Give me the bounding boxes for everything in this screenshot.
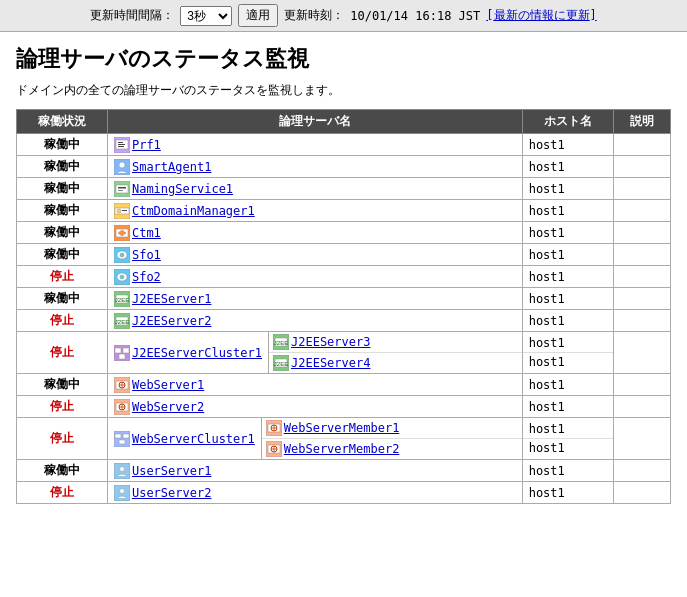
table-row: 稼働中SmartAgent1host1 [17, 156, 671, 178]
svg-point-22 [120, 275, 124, 279]
desc-cell [613, 374, 670, 396]
table-row: 稼働中UserServer1host1 [17, 460, 671, 482]
desc-cell [613, 288, 670, 310]
server-link[interactable]: Sfo1 [132, 248, 161, 262]
table-row: 停止Sfo2host1 [17, 266, 671, 288]
server-link[interactable]: SmartAgent1 [132, 160, 211, 174]
desc-cell [613, 396, 670, 418]
col-header-desc: 説明 [613, 110, 670, 134]
svg-rect-49 [114, 431, 130, 447]
status-cell: 稼働中 [17, 134, 108, 156]
name-cell: WebServer1 [107, 374, 522, 396]
host-cell: host1 [522, 310, 613, 332]
name-cell: CtmDomainManager1 [107, 200, 522, 222]
host-cell: host1 [522, 482, 613, 504]
update-time-label: 更新時刻： [284, 7, 344, 24]
table-row: 稼働中NamingService1host1 [17, 178, 671, 200]
svg-point-66 [119, 488, 124, 493]
name-cell: Sfo2 [107, 266, 522, 288]
server-link[interactable]: NamingService1 [132, 182, 233, 196]
server-link[interactable]: J2EEServer3 [291, 335, 370, 349]
page-description: ドメイン内の全ての論理サーバのステータスを監視します。 [16, 82, 671, 99]
svg-rect-50 [115, 434, 121, 438]
svg-text:J2EE: J2EE [274, 340, 288, 346]
server-link[interactable]: WebServer2 [132, 400, 204, 414]
refresh-link[interactable]: [最新の情報に更新] [486, 7, 596, 24]
name-cell: Sfo1 [107, 244, 522, 266]
server-link[interactable]: J2EEServer4 [291, 356, 370, 370]
update-time-value: 10/01/14 16:18 JST [350, 9, 480, 23]
svg-rect-3 [118, 144, 125, 145]
table-row: 稼働中Sfo1host1 [17, 244, 671, 266]
svg-rect-14 [122, 210, 127, 211]
server-link[interactable]: UserServer1 [132, 464, 211, 478]
svg-point-64 [119, 466, 124, 471]
desc-cell [613, 244, 670, 266]
name-cell: WebServerCluster1WebServerMember1WebServ… [107, 418, 522, 460]
host-cell: host1host1 [522, 332, 613, 374]
desc-cell [613, 332, 670, 374]
col-header-name: 論理サーバ名 [107, 110, 522, 134]
svg-text:J2EE: J2EE [274, 361, 288, 367]
desc-cell [613, 134, 670, 156]
desc-cell [613, 418, 670, 460]
server-link[interactable]: Prf1 [132, 138, 161, 152]
name-cell: J2EEJ2EEServer1 [107, 288, 522, 310]
status-cell: 稼働中 [17, 156, 108, 178]
toolbar: 更新時間間隔： 3秒 1秒 5秒 10秒 30秒 適用 更新時刻： 10/01/… [0, 0, 687, 32]
server-link[interactable]: J2EEServer2 [132, 314, 211, 328]
col-header-host: ホスト名 [522, 110, 613, 134]
status-cell: 稼働中 [17, 222, 108, 244]
desc-cell [613, 460, 670, 482]
host-cell: host1 [522, 266, 613, 288]
status-cell: 停止 [17, 266, 108, 288]
svg-text:J2EE: J2EE [115, 297, 129, 303]
svg-rect-10 [118, 190, 123, 191]
svg-rect-31 [123, 348, 129, 353]
interval-label: 更新時間間隔： [90, 7, 174, 24]
server-link[interactable]: WebServer1 [132, 378, 204, 392]
host-cell: host1 [522, 288, 613, 310]
status-cell: 稼働中 [17, 178, 108, 200]
table-row: 停止J2EEJ2EEServer2host1 [17, 310, 671, 332]
status-cell: 停止 [17, 332, 108, 374]
svg-text:J2EE: J2EE [115, 319, 129, 325]
interval-select[interactable]: 3秒 1秒 5秒 10秒 30秒 [180, 6, 232, 26]
server-link[interactable]: J2EEServer1 [132, 292, 211, 306]
status-cell: 稼働中 [17, 200, 108, 222]
main-content: 論理サーバのステータス監視 ドメイン内の全ての論理サーバのステータスを監視します… [0, 32, 687, 516]
host-cell: host1 [522, 460, 613, 482]
page-title: 論理サーバのステータス監視 [16, 44, 671, 74]
col-header-status: 稼働状況 [17, 110, 108, 134]
desc-cell [613, 266, 670, 288]
desc-cell [613, 178, 670, 200]
desc-cell [613, 200, 670, 222]
table-row: 稼働中Prf1host1 [17, 134, 671, 156]
server-link[interactable]: WebServerMember1 [284, 421, 400, 435]
svg-rect-8 [116, 185, 128, 193]
status-cell: 停止 [17, 310, 108, 332]
status-cell: 稼働中 [17, 460, 108, 482]
status-cell: 稼働中 [17, 374, 108, 396]
server-link[interactable]: WebServerMember2 [284, 442, 400, 456]
table-row: 稼働中Ctm1host1 [17, 222, 671, 244]
name-cell: WebServer2 [107, 396, 522, 418]
server-link[interactable]: J2EEServerCluster1 [132, 346, 262, 360]
name-cell: Ctm1 [107, 222, 522, 244]
server-link[interactable]: Sfo2 [132, 270, 161, 284]
server-link[interactable]: UserServer2 [132, 486, 211, 500]
name-cell: J2EEServerCluster1J2EEJ2EEServer3J2EEJ2E… [107, 332, 522, 374]
host-cell: host1 [522, 156, 613, 178]
table-row: 停止UserServer2host1 [17, 482, 671, 504]
svg-rect-2 [118, 142, 123, 143]
status-cell: 稼働中 [17, 288, 108, 310]
server-link[interactable]: WebServerCluster1 [132, 432, 255, 446]
server-status-table: 稼働状況 論理サーバ名 ホスト名 説明 稼働中Prf1host1稼働中Smart… [16, 109, 671, 504]
table-row: 停止WebServer2host1 [17, 396, 671, 418]
apply-button[interactable]: 適用 [238, 4, 278, 27]
name-cell: Prf1 [107, 134, 522, 156]
server-link[interactable]: Ctm1 [132, 226, 161, 240]
svg-rect-52 [119, 440, 125, 444]
host-cell: host1host1 [522, 418, 613, 460]
server-link[interactable]: CtmDomainManager1 [132, 204, 255, 218]
